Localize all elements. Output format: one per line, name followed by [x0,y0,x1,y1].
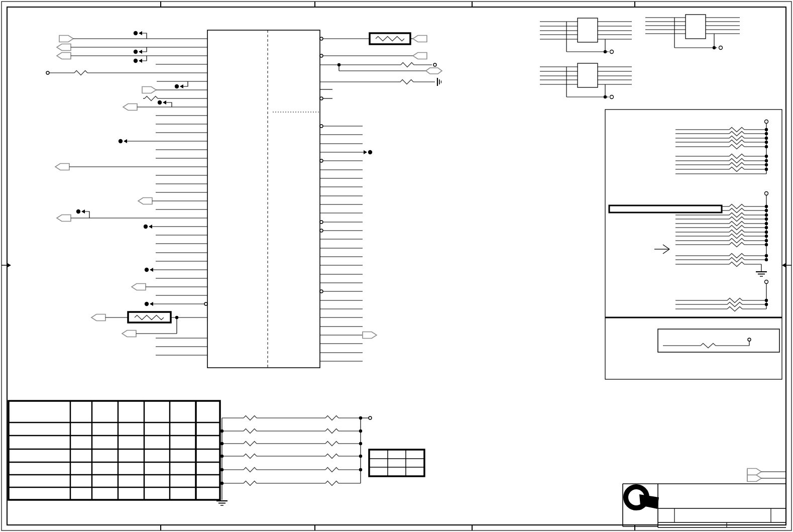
junction-dot [765,222,768,225]
junction-dot [220,430,223,433]
junction-dot [220,468,223,471]
pin-circle [46,71,49,74]
junction-dot [765,243,768,246]
main-ic[interactable] [207,30,320,368]
junction-dot [765,303,768,306]
pin-circle [433,63,436,66]
junction-dot [765,159,768,162]
junction-dot [765,145,768,148]
net-ref-dot [76,209,80,214]
pin-circle [320,159,323,162]
schematic-canvas [0,0,793,532]
net-ref-dot [144,225,148,229]
junction-dot [765,218,768,221]
pin-circle [719,46,723,50]
net-ref-dot [145,302,149,306]
junction-dot [765,209,768,212]
junction-dot [765,231,768,234]
pin-circle [320,125,323,128]
net-ref-dot [134,31,138,35]
pin-circle [320,221,323,224]
termination-sub-block[interactable] [605,110,782,379]
junction-dot [765,299,768,302]
pin-circle [748,338,751,341]
component-box [609,205,722,212]
net-flag-bidir[interactable] [426,68,442,74]
junction-dot [220,442,223,445]
pin-circle [765,192,768,195]
pin-circle [204,302,207,305]
junction-dot [713,46,716,49]
net-ref-dot [145,268,149,272]
outline-box [686,15,706,39]
junction-dot [359,455,362,458]
net-ref-dot [119,139,123,143]
junction-dot [359,430,362,433]
junction-dot [765,258,768,261]
net-ref-dot [134,50,138,54]
pin-circle [765,120,768,124]
junction-dot [765,168,768,171]
junction-dot [765,137,768,140]
pin-circle [320,54,323,57]
pin-circle [320,229,323,232]
outline-box [578,18,598,42]
net-ref-dot [368,150,372,154]
junction-dot [359,442,362,445]
junction-dot [765,132,768,135]
junction-dot [765,128,768,131]
pin-circle [320,37,323,40]
outline-box [207,30,320,368]
junction-dot [604,50,607,53]
junction-dot [220,455,223,458]
schematic-sheet [0,0,793,532]
pin-circle [320,97,323,100]
outline-box [578,63,598,87]
junction-dot [765,155,768,158]
net-ref-dot [158,100,162,104]
net-ref-dot [134,59,138,63]
junction-dot [765,239,768,242]
junction-dot [765,235,768,238]
pin-circle [610,95,614,99]
pin-circle [320,290,323,293]
junction-dot [359,468,362,471]
outline-box [658,329,779,352]
pin-circle [610,50,614,54]
junction-dot [220,482,223,485]
junction-dot [765,141,768,144]
junction-dot [765,205,768,208]
junction-dot [604,95,607,98]
junction-dot [765,254,768,257]
net-ref-dot [175,84,179,88]
junction-dot [765,163,768,166]
pin-circle [369,416,372,419]
junction-dot [765,214,768,217]
pin-circle [765,280,768,284]
junction-dot [765,226,768,229]
